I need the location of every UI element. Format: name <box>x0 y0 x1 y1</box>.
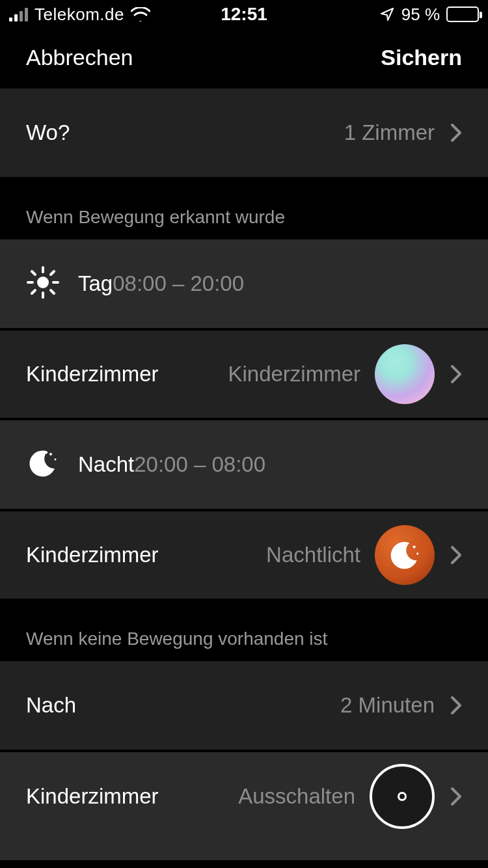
night-room-label: Kinderzimmer <box>26 543 159 567</box>
off-room-label: Kinderzimmer <box>26 784 159 809</box>
status-bar: Telekom.de 12:51 95 % <box>0 0 488 29</box>
svg-line-6 <box>51 290 54 293</box>
wifi-icon <box>131 7 150 21</box>
after-value: 2 Minuten <box>340 693 435 718</box>
where-label: Wo? <box>26 120 70 145</box>
night-label: Nacht <box>78 452 134 477</box>
off-scene-value: Ausschalten <box>238 784 355 809</box>
night-period-row[interactable]: Nacht 20:00 – 08:00 <box>0 420 488 509</box>
svg-point-0 <box>37 277 49 288</box>
where-value: 1 Zimmer <box>344 120 435 145</box>
night-scene-value: Nachtlicht <box>266 543 360 567</box>
day-label: Tag <box>78 271 113 296</box>
save-button[interactable]: Sichern <box>381 45 462 70</box>
svg-line-8 <box>51 271 54 275</box>
chevron-right-icon <box>450 787 462 806</box>
nav-bar: Abbrechen Sichern <box>0 29 488 86</box>
svg-point-10 <box>55 459 57 461</box>
after-label: Nach <box>26 693 76 718</box>
night-scene-row[interactable]: Kinderzimmer Nachtlicht <box>0 511 488 599</box>
nightlight-scene-icon <box>375 525 435 585</box>
cellular-signal-icon <box>9 7 28 21</box>
day-scene-value: Kinderzimmer <box>228 362 360 387</box>
chevron-right-icon <box>450 545 462 565</box>
where-row[interactable]: Wo? 1 Zimmer <box>0 88 488 177</box>
day-scene-row[interactable]: Kinderzimmer Kinderzimmer <box>0 331 488 418</box>
status-time: 12:51 <box>221 4 267 25</box>
svg-line-7 <box>32 290 35 293</box>
cancel-button[interactable]: Abbrechen <box>26 45 133 70</box>
battery-percent: 95 % <box>401 5 440 25</box>
day-period-row[interactable]: Tag 08:00 – 20:00 <box>0 239 488 328</box>
day-room-label: Kinderzimmer <box>26 362 159 387</box>
chevron-right-icon <box>450 696 462 715</box>
battery-icon <box>446 7 479 22</box>
sun-icon <box>26 265 60 302</box>
chevron-right-icon <box>450 123 462 142</box>
power-off-scene-icon <box>370 764 435 829</box>
nomotion-section-header: Wenn keine Bewegung vorhanden ist <box>0 599 488 661</box>
day-range: 08:00 – 20:00 <box>113 271 244 296</box>
svg-line-5 <box>32 271 35 275</box>
chevron-right-icon <box>450 364 462 384</box>
location-icon <box>379 7 395 22</box>
night-range: 20:00 – 08:00 <box>134 452 265 477</box>
carrier-label: Telekom.de <box>34 5 124 25</box>
after-row[interactable]: Nach 2 Minuten <box>0 661 488 750</box>
off-scene-row[interactable]: Kinderzimmer Ausschalten <box>0 752 488 860</box>
motion-section-header: Wenn Bewegung erkannt wurde <box>0 177 488 239</box>
scene-color-icon <box>375 344 435 404</box>
svg-point-9 <box>49 453 52 455</box>
svg-point-12 <box>416 552 418 554</box>
svg-point-11 <box>413 545 415 548</box>
moon-icon <box>26 446 60 483</box>
